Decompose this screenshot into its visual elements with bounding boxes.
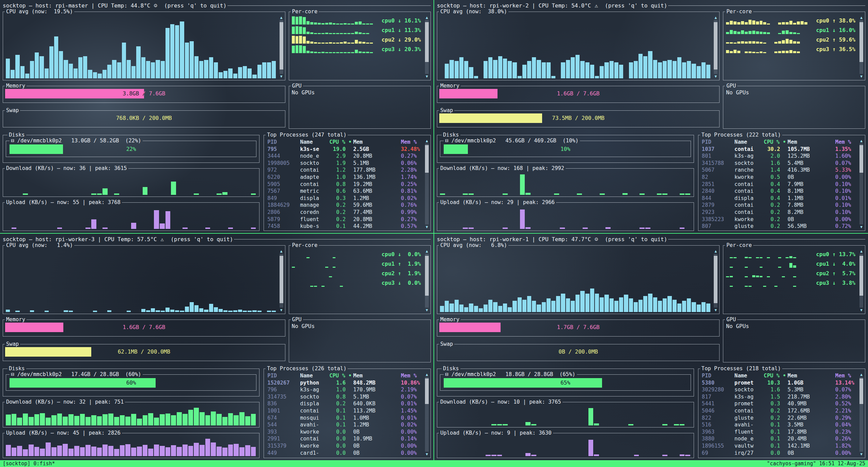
scroll-down-icon[interactable]: ▼ [280, 75, 283, 78]
scrollbar-thumb[interactable] [859, 145, 863, 173]
per-core-scrollbar[interactable]: ▲ ▼ [859, 16, 864, 78]
header-cpu-sort[interactable]: CPU % • [764, 139, 788, 146]
scrollbar-track[interactable] [280, 20, 283, 74]
scrollbar-track[interactable] [280, 254, 283, 308]
pane-divider-vertical[interactable] [433, 0, 434, 460]
scroll-down-icon[interactable]: ▼ [280, 308, 283, 312]
scrollbar-track[interactable] [425, 143, 429, 224]
scroll-up-icon[interactable]: ▲ [860, 16, 863, 19]
scrollbar-track[interactable] [425, 20, 429, 74]
scroll-down-icon[interactable]: ▼ [426, 75, 428, 78]
scrollbar-thumb[interactable] [859, 256, 863, 296]
scroll-up-icon[interactable]: ▲ [860, 139, 863, 143]
scroll-up-icon[interactable]: ▲ [280, 249, 283, 253]
process-row: 2806coredn0.277.4MB0.99% [267, 209, 422, 216]
cpu-scrollbar[interactable]: ▲ ▼ [279, 249, 284, 312]
swap-gauge: 768.0KB / 200.0MB 768.0KB / 200.0MB [5, 113, 283, 123]
history-bar [726, 50, 729, 53]
scrollbar-thumb[interactable] [425, 256, 429, 296]
scrollbar-thumb[interactable] [714, 22, 717, 69]
header-mem: Mem [788, 139, 835, 146]
history-bar [170, 310, 174, 312]
history-bar [542, 62, 546, 78]
scrollbar-track[interactable] [859, 20, 863, 74]
process-name: kube-s [300, 223, 329, 229]
scrollbar-thumb[interactable] [859, 378, 863, 404]
core-row-cpu1: cpu1 ↑ 1.9% [292, 259, 421, 268]
process-mempct: 0.81% [401, 188, 422, 195]
process-scrollbar[interactable]: ▲ ▼ [859, 139, 864, 229]
cpu-avg-label: CPU avg (now: 38.0%) [439, 10, 508, 14]
scrollbar-track[interactable] [714, 20, 717, 74]
tmux-window-item[interactable]: [socktop] 0:fish* [3, 460, 55, 467]
scroll-down-icon[interactable]: ▼ [714, 308, 717, 312]
history-bar [239, 412, 244, 425]
header-cpu-sort[interactable]: CPU % • [329, 139, 353, 146]
process-pid: 449 [267, 450, 300, 456]
process-scrollbar[interactable]: ▲ ▼ [425, 139, 429, 229]
per-core-scrollbar[interactable]: ▲ ▼ [425, 16, 429, 78]
scrollbar-thumb[interactable] [280, 22, 283, 69]
header-cpu-sort[interactable]: CPU % • [329, 372, 353, 379]
scroll-up-icon[interactable]: ▲ [426, 139, 428, 143]
process-name: displa [300, 400, 329, 407]
scrollbar-thumb[interactable] [425, 378, 429, 404]
scrollbar-track[interactable] [425, 254, 429, 308]
scroll-up-icon[interactable]: ▲ [714, 16, 717, 19]
scrollbar-thumb[interactable] [280, 256, 283, 303]
scrollbar-thumb[interactable] [425, 22, 429, 62]
process-name: k3s-se [300, 146, 329, 153]
cpu-scrollbar[interactable]: ▲ ▼ [279, 16, 284, 78]
scroll-down-icon[interactable]: ▼ [714, 75, 717, 78]
scroll-down-icon[interactable]: ▼ [426, 225, 428, 229]
scroll-up-icon[interactable]: ▲ [714, 249, 717, 253]
pane-title-text: socktop — host: rpi-worker-2 | CPU Temp:… [437, 2, 594, 9]
scroll-down-icon[interactable]: ▼ [426, 308, 428, 312]
scrollbar-track[interactable] [714, 254, 717, 308]
scroll-down-icon[interactable]: ▼ [426, 452, 428, 456]
process-scrollbar[interactable]: ▲ ▼ [859, 373, 864, 456]
scrollbar-thumb[interactable] [859, 22, 863, 62]
history-bar [692, 64, 696, 78]
history-bar [786, 22, 789, 25]
scrollbar-track[interactable] [859, 143, 863, 224]
header-cpu-sort[interactable]: CPU % • [764, 372, 788, 379]
scroll-down-icon[interactable]: ▼ [860, 452, 863, 456]
history-bar [165, 211, 171, 229]
scroll-down-icon[interactable]: ▼ [860, 225, 863, 229]
scroll-down-icon[interactable]: ▼ [860, 75, 863, 78]
history-bar [336, 24, 339, 25]
history-bar [151, 308, 155, 312]
process-name: contai [735, 146, 764, 153]
history-bar [614, 62, 618, 78]
pane-divider-horizontal[interactable] [0, 233, 868, 234]
history-bar [336, 43, 339, 44]
cpu-scrollbar[interactable]: ▲ ▼ [713, 16, 718, 78]
scroll-up-icon[interactable]: ▲ [860, 249, 863, 253]
history-bar [165, 447, 171, 456]
per-core-scrollbar[interactable]: ▲ ▼ [425, 249, 429, 312]
scroll-up-icon[interactable]: ▲ [280, 16, 283, 19]
scrollbar-track[interactable] [425, 377, 429, 452]
history-bar [15, 311, 19, 312]
process-name: metric [300, 188, 329, 195]
process-cpu: 0.0 [329, 442, 353, 450]
per-core-scrollbar[interactable]: ▲ ▼ [859, 249, 864, 312]
scrollbar-track[interactable] [859, 254, 863, 308]
process-pid: 82 [702, 174, 735, 181]
scrollbar-thumb[interactable] [714, 256, 717, 303]
scroll-down-icon[interactable]: ▼ [860, 308, 863, 312]
scroll-up-icon[interactable]: ▲ [426, 249, 428, 253]
history-bar [23, 414, 28, 425]
scroll-up-icon[interactable]: ▲ [426, 373, 428, 376]
scroll-up-icon[interactable]: ▲ [860, 373, 863, 376]
gpu-status-text: No GPUs [289, 322, 430, 330]
scrollbar-thumb[interactable] [425, 145, 429, 173]
scroll-up-icon[interactable]: ▲ [426, 16, 428, 19]
process-scrollbar[interactable]: ▲ ▼ [425, 373, 429, 456]
history-bar [318, 43, 321, 44]
history-bar [733, 21, 737, 25]
scrollbar-track[interactable] [859, 377, 863, 452]
cpu-scrollbar[interactable]: ▲ ▼ [713, 249, 718, 312]
history-bar [177, 447, 182, 456]
